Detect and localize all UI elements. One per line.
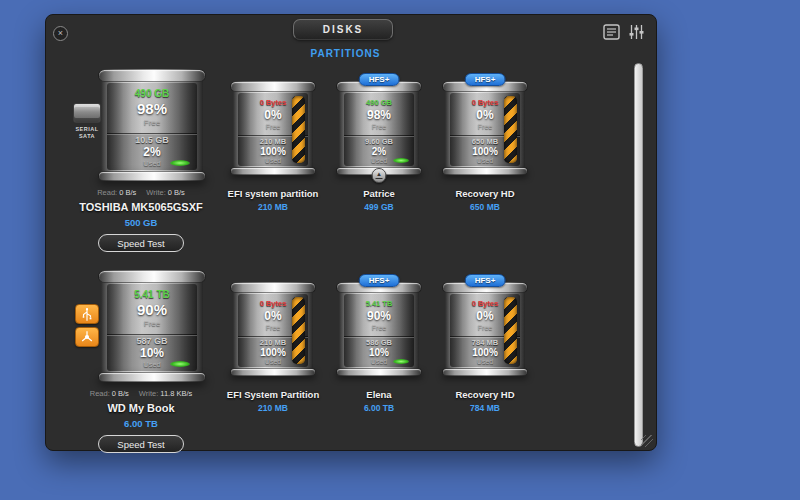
free-percent: 0% — [264, 108, 281, 122]
close-button[interactable]: × — [53, 26, 68, 41]
free-amount: 0 Bytes — [472, 299, 499, 308]
header-icons — [603, 24, 646, 40]
free-label: Free — [266, 324, 280, 331]
barrel-rim — [442, 368, 528, 376]
used-label: Used — [143, 360, 161, 369]
partition-size: 499 GB — [364, 202, 393, 212]
free-label: Free — [144, 118, 160, 127]
partition-barrel-patrice[interactable]: 490 GB 98% Free 9.60 GB 2% Used — [339, 81, 419, 175]
barrel-gauge: 490 GB 98% Free 10.5 GB 2% Used — [107, 83, 197, 170]
tab-partitions[interactable]: PARTITIONS — [310, 48, 380, 59]
used-percent: 2% — [143, 145, 160, 159]
speed-test-button[interactable]: Speed Test — [98, 234, 183, 252]
barrel-gauge: 5.41 TB 90% Free 587 GB 10% Used — [107, 284, 197, 371]
bus-label: SERIAL SATA — [72, 126, 102, 140]
internal-drive-icon — [73, 103, 101, 123]
used-label: Used — [265, 358, 281, 365]
partition-barrel-efi1[interactable]: 0 Bytes 0% Free 210 MB 100% Used — [233, 81, 313, 175]
free-percent: 0% — [264, 309, 281, 323]
free-amount: 0 Bytes — [260, 98, 287, 107]
free-percent: 0% — [476, 108, 493, 122]
used-amount: 10.5 GB — [135, 135, 169, 145]
fill-level-indicator — [393, 359, 409, 364]
disk-size: 6.00 TB — [124, 418, 158, 429]
partition-barrel-efi2[interactable]: 0 Bytes 0% Free 210 MB 100% Used — [233, 282, 313, 376]
scrollbar[interactable] — [634, 63, 643, 447]
barrel-gauge: 5.41 TB 90% Free 586 GB 10% Used — [344, 294, 414, 367]
used-label: Used — [477, 157, 493, 164]
sliders-icon[interactable] — [629, 24, 646, 40]
partition-module-efi2: 0 Bytes 0% Free 210 MB 100% Used — [220, 270, 326, 413]
speed-test-button[interactable]: Speed Test — [98, 435, 183, 453]
free-percent: 0% — [476, 309, 493, 323]
barrel-rim — [98, 372, 206, 382]
partition-name: EFI system partition — [228, 188, 319, 199]
read-write-stats: Read: 0 B/s Write: 0 B/s — [97, 188, 185, 197]
read-write-stats: Read: 0 B/s Write: 11.8 KB/s — [90, 389, 193, 398]
free-amount: 490 GB — [366, 98, 392, 107]
partition-barrel-recovery1[interactable]: 0 Bytes 0% Free 650 MB 100% Used — [445, 81, 525, 175]
filesystem-badge: HFS+ — [359, 274, 400, 287]
sata-drive-icon: SERIAL SATA — [71, 103, 103, 140]
disk-name: WD My Book — [107, 402, 174, 414]
partition-module-efi1: 0 Bytes 0% Free 210 MB 100% Used — [220, 69, 326, 212]
free-label: Free — [372, 123, 386, 130]
partition-barrel-recovery2[interactable]: 0 Bytes 0% Free 784 MB 100% Used — [445, 282, 525, 376]
barrel-gauge: 0 Bytes 0% Free 650 MB 100% Used — [450, 93, 520, 166]
usb-icon — [75, 304, 99, 324]
partition-name: Elena — [366, 389, 391, 400]
partition-name: Patrice — [363, 188, 395, 199]
filesystem-badge: HFS+ — [465, 274, 506, 287]
eject-icon: ▲ — [376, 172, 382, 177]
hazard-full-indicator — [504, 297, 517, 364]
partition-barrel-elena[interactable]: 5.41 TB 90% Free 586 GB 10% Used — [339, 282, 419, 376]
disks-content: SERIAL SATA 490 GB 98% Free 10 — [62, 69, 626, 471]
filesystem-badge: HFS+ — [465, 73, 506, 86]
used-label: Used — [371, 358, 387, 365]
free-amount: 0 Bytes — [260, 299, 287, 308]
write-value: 0 B/s — [168, 188, 185, 197]
read-label: Read: — [97, 188, 117, 197]
read-value: 0 B/s — [112, 389, 129, 398]
hazard-full-indicator — [292, 96, 305, 163]
eject-button[interactable]: ▲ — [372, 168, 387, 183]
partition-size: 6.00 TB — [364, 403, 394, 413]
disk-name: TOSHIBA MK5065GSXF — [79, 201, 202, 213]
used-percent: 100% — [260, 146, 286, 157]
fill-level-indicator — [170, 160, 190, 166]
tab-disks[interactable]: DISKS — [293, 19, 393, 40]
external-drive-icons — [71, 304, 103, 347]
free-label: Free — [266, 123, 280, 130]
barrel-rim — [98, 69, 206, 82]
barrel-rim — [98, 171, 206, 181]
disk-barrel-toshiba[interactable]: 490 GB 98% Free 10.5 GB 2% Used — [101, 69, 203, 181]
free-label: Free — [478, 324, 492, 331]
filesystem-badge: HFS+ — [359, 73, 400, 86]
free-amount: 5.41 TB — [366, 299, 393, 308]
used-label: Used — [143, 159, 161, 168]
partition-name: Recovery HD — [455, 188, 514, 199]
free-percent: 90% — [367, 309, 391, 323]
barrel-rim — [230, 282, 316, 293]
barrel-rim — [230, 167, 316, 175]
free-label: Free — [372, 324, 386, 331]
used-percent: 100% — [472, 347, 498, 358]
disk-module-toshiba: SERIAL SATA 490 GB 98% Free 10 — [62, 69, 220, 252]
partition-name: Recovery HD — [455, 389, 514, 400]
disk-row-wd: 5.41 TB 90% Free 587 GB 10% Used — [62, 270, 626, 453]
free-percent: 98% — [137, 100, 167, 117]
disk-row-toshiba: SERIAL SATA 490 GB 98% Free 10 — [62, 69, 626, 252]
free-percent: 90% — [137, 301, 167, 318]
barrel-rim — [442, 167, 528, 175]
partition-module-patrice: HFS+ 490 GB 98% Free 9.60 GB — [326, 69, 432, 212]
barrel-rim — [98, 270, 206, 283]
disk-barrel-wd[interactable]: 5.41 TB 90% Free 587 GB 10% Used — [101, 270, 203, 382]
fill-level-indicator — [170, 361, 190, 367]
used-percent: 100% — [260, 347, 286, 358]
used-percent: 100% — [472, 146, 498, 157]
barrel-gauge: 0 Bytes 0% Free 210 MB 100% Used — [238, 294, 308, 367]
list-view-icon[interactable] — [603, 24, 620, 40]
partition-module-recovery2: HFS+ 0 Bytes 0% Free 784 MB — [432, 270, 538, 413]
resize-handle[interactable] — [641, 435, 653, 447]
used-percent: 10% — [140, 346, 164, 360]
